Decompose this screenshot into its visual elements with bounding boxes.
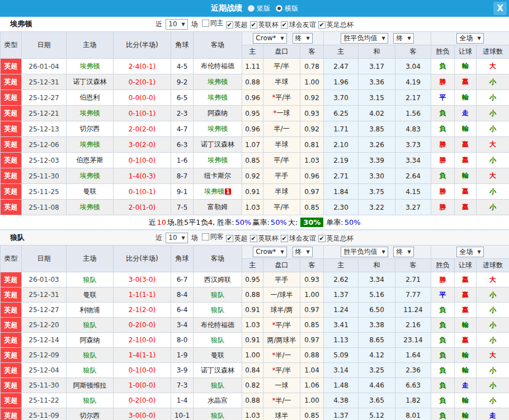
checkbox-unchecked-icon[interactable] bbox=[202, 20, 209, 27]
radio-selected-icon[interactable] bbox=[276, 5, 282, 12]
draw-odds: 3.39 bbox=[359, 153, 395, 168]
view-option-vertical-label: 竖版 bbox=[257, 4, 270, 13]
table-row: 英超 25-12-20 狼队 0-2(0-0) 3-4 布伦特福德 1.03 *… bbox=[1, 318, 509, 333]
wdl-result: 勝 bbox=[431, 137, 455, 153]
checkbox-checked-icon[interactable]: ✔ bbox=[250, 235, 257, 242]
league-badge: 英超 bbox=[1, 59, 22, 74]
summary-prefix: 近 bbox=[148, 218, 155, 228]
away-team-cell: 埃弗顿1 bbox=[194, 184, 242, 200]
team1-match-count-select[interactable]: 10 ▼ bbox=[166, 19, 187, 30]
away-handicap-odds: 0.97 bbox=[300, 303, 324, 318]
home-handicap-odds: 0.84 bbox=[242, 363, 263, 378]
checkbox-checked-icon[interactable]: ✔ bbox=[318, 21, 326, 29]
team2-name: 狼队 bbox=[10, 233, 25, 243]
home-handicap-odds: 0.88 bbox=[242, 74, 263, 90]
ah-result: 輸 bbox=[455, 90, 477, 106]
away-team: 富勒姆 bbox=[208, 203, 228, 211]
ah-result: 走 bbox=[455, 106, 477, 121]
competition-checkbox[interactable]: ✔英超 bbox=[226, 20, 248, 30]
competition-checkbox[interactable]: ✔英足总杯 bbox=[318, 20, 354, 30]
away-handicap-odds: 0.97 bbox=[300, 184, 324, 200]
checkbox-label: 英足总杯 bbox=[327, 20, 354, 30]
wdl-average-select[interactable]: 胜平负均值 ▼ bbox=[341, 33, 388, 44]
close-button[interactable]: X bbox=[493, 2, 507, 15]
ah-result: 贏 bbox=[455, 287, 477, 303]
checkbox-checked-icon[interactable]: ✔ bbox=[250, 21, 257, 29]
final-odds-select[interactable]: 终 ▼ bbox=[293, 247, 313, 257]
checkbox-checked-icon[interactable]: ✔ bbox=[318, 235, 326, 242]
competition-checkbox[interactable]: ✔球会友谊 bbox=[281, 20, 316, 30]
competition-checkbox[interactable]: ✔英超 bbox=[226, 234, 248, 243]
corner-score: 6-7 bbox=[171, 272, 194, 287]
league-badge: 英超 bbox=[1, 90, 22, 106]
checkbox-label: 英足总杯 bbox=[327, 234, 354, 243]
home-handicap-odds: 0.95 bbox=[242, 272, 263, 287]
competition-checkbox[interactable]: ✔英联杯 bbox=[250, 20, 279, 30]
wdl-average-select[interactable]: 胜平负均值 ▼ bbox=[341, 247, 388, 257]
home-team: 阿斯顿维拉 bbox=[67, 378, 114, 393]
away-team: 埃弗顿 bbox=[208, 156, 228, 164]
handicap-cell: 平手 bbox=[263, 168, 300, 184]
win-odds: 1.37 bbox=[324, 287, 359, 303]
home-team: 利物浦 bbox=[67, 303, 114, 318]
wdl-group-header: 胜平负均值 ▼ 终 ▼ bbox=[324, 32, 431, 45]
chevron-down-icon: ▼ bbox=[407, 249, 411, 254]
wdl-result: 負 bbox=[431, 363, 455, 378]
odds-source-select[interactable]: Crow* ▼ bbox=[253, 247, 286, 257]
handicap-line: 平/半 bbox=[275, 321, 291, 329]
ah-result: 輸 bbox=[455, 59, 477, 74]
view-option-horizontal[interactable]: 横版 bbox=[276, 4, 298, 13]
match-date: 25-11-30 bbox=[22, 378, 67, 393]
final-odds-select-2[interactable]: 终 ▼ bbox=[393, 33, 413, 44]
checkbox-unchecked-icon[interactable] bbox=[202, 233, 209, 240]
corner-score: 1-6 bbox=[171, 153, 194, 168]
league-badge: 英超 bbox=[1, 363, 22, 378]
sub-header-home-odds: 主 bbox=[242, 259, 263, 272]
sub-header-handicap: 盘口 bbox=[263, 259, 300, 272]
handicap-line: 半球 bbox=[275, 140, 289, 148]
scope-select[interactable]: 全场 ▼ bbox=[456, 247, 483, 257]
checkbox-checked-icon[interactable]: ✔ bbox=[226, 235, 233, 242]
competition-checkbox[interactable]: ✔英足总杯 bbox=[318, 234, 354, 243]
home-team: 狼队 bbox=[67, 272, 114, 287]
checkbox-checked-icon[interactable]: ✔ bbox=[281, 21, 288, 29]
wdl-result: 勝 bbox=[431, 184, 455, 200]
scope-select[interactable]: 全场 ▼ bbox=[456, 33, 483, 44]
final-odds-select-2[interactable]: 终 ▼ bbox=[393, 247, 413, 257]
matches-label: 场 bbox=[191, 20, 198, 29]
match-date: 25-11-30 bbox=[22, 168, 67, 184]
league-badge: 英超 bbox=[1, 378, 22, 393]
home-team: 切尔西 bbox=[67, 408, 114, 420]
home-handicap-odds: 0.92 bbox=[242, 168, 263, 184]
table-row: 英超 25-11-30 阿斯顿维拉 1-0(0-0) 7-3 狼队 0.82 一… bbox=[1, 378, 509, 393]
away-handicap-odds: 0.81 bbox=[300, 137, 324, 153]
handicap-line: 平/半 bbox=[274, 62, 289, 70]
team2-match-count-select[interactable]: 10 ▼ bbox=[166, 233, 187, 243]
checkbox-checked-icon[interactable]: ✔ bbox=[226, 21, 233, 29]
final-odds-select[interactable]: 终 ▼ bbox=[293, 33, 313, 44]
win-odds: 3.70 bbox=[324, 90, 359, 106]
draw-odds: 3.38 bbox=[359, 318, 395, 333]
competition-checkbox[interactable]: ✔球会友谊 bbox=[281, 234, 316, 243]
competition-checkbox[interactable]: ✔英联杯 bbox=[250, 234, 279, 243]
checkbox-checked-icon[interactable]: ✔ bbox=[281, 235, 288, 242]
competition-checkbox[interactable]: 同主 bbox=[202, 18, 224, 28]
win-odds: 1.71 bbox=[324, 121, 359, 137]
handicap-line: 一球 bbox=[277, 109, 290, 117]
team2-filter-row: 狼队 近 10 ▼ 场 同客✔英超✔英联杯✔球会友谊✔英足总杯 bbox=[0, 229, 509, 245]
table-row: 英超 25-11-30 埃弗顿 1-4(0-3) 8-7 纽卡斯尔 0.92 平… bbox=[1, 168, 509, 184]
ah-result: 輸 bbox=[455, 318, 477, 333]
away-team: 布伦特福德 bbox=[201, 321, 234, 329]
table-row: 英超 25-11-25 曼联 0-1(0-1) 9-1 埃弗顿1 0.91 半球… bbox=[1, 184, 509, 200]
match-date: 25-11-22 bbox=[22, 393, 67, 408]
summary-odd-label: 单率: bbox=[326, 218, 343, 228]
view-option-vertical[interactable]: 竖版 bbox=[248, 4, 270, 13]
competition-checkbox[interactable]: 同客 bbox=[202, 232, 224, 242]
league-badge: 英超 bbox=[1, 168, 22, 184]
radio-unselected-icon[interactable] bbox=[248, 5, 254, 12]
score-cell: 0-2(0-1) bbox=[114, 74, 171, 90]
corner-score: 7-3 bbox=[171, 378, 194, 393]
match-date: 25-12-03 bbox=[22, 153, 67, 168]
odds-source-select[interactable]: Crow* ▼ bbox=[253, 33, 286, 44]
lose-odds: 2.17 bbox=[395, 90, 431, 106]
